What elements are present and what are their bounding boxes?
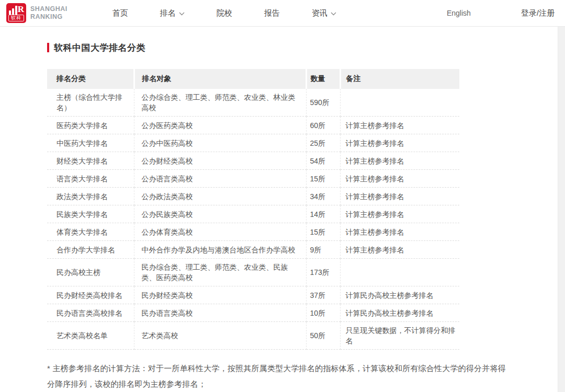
ranking-target-cell: 公办综合类、理工类、师范类、农业类、林业类高校 bbox=[134, 89, 306, 117]
table-row: 民族类大学排名公办民族类高校14所计算主榜参考排名 bbox=[47, 205, 459, 223]
table-row: 财经类大学排名公办财经类高校54所计算主榜参考排名 bbox=[47, 152, 459, 170]
ranking-category-cell: 民办高校主榜 bbox=[47, 259, 134, 286]
brand-word-line1: SHANGHAI bbox=[30, 5, 67, 13]
ranking-target-cell: 公办财经类高校 bbox=[134, 152, 306, 170]
column-header-3: 数量 bbox=[306, 69, 340, 89]
column-header-1: 排名分类 bbox=[47, 69, 134, 89]
ranking-category-cell: 体育类大学排名 bbox=[47, 223, 134, 241]
ranking-category-table: 排名分类排名对象数量备注 主榜（综合性大学排名）公办综合类、理工类、师范类、农业… bbox=[47, 69, 459, 350]
count-cell: 590所 bbox=[306, 89, 340, 117]
count-cell: 37所 bbox=[306, 286, 340, 304]
chevron-down-icon bbox=[179, 12, 185, 16]
language-toggle-english[interactable]: English bbox=[447, 9, 471, 17]
table-row: 中医药大学排名公办中医药高校25所计算主榜参考排名 bbox=[47, 134, 459, 152]
ranking-target-cell: 公办体育类高校 bbox=[134, 223, 306, 241]
remark-cell: 计算民办高校主榜参考排名 bbox=[340, 286, 459, 304]
top-navbar: R 软科 SHANGHAI RANKING 首页排名院校报告资讯 English… bbox=[0, 0, 565, 27]
table-body: 主榜（综合性大学排名）公办综合类、理工类、师范类、农业类、林业类高校590所医药… bbox=[47, 89, 459, 350]
count-cell: 10所 bbox=[306, 304, 340, 322]
table-row: 政法类大学排名公办政法类高校34所计算主榜参考排名 bbox=[47, 188, 459, 205]
ranking-category-cell: 财经类大学排名 bbox=[47, 152, 134, 170]
table-row: 民办财经类高校排名民办财经类高校37所计算民办高校主榜参考排名 bbox=[47, 286, 459, 304]
remark-cell: 计算主榜参考排名 bbox=[340, 152, 459, 170]
remark-cell: 计算主榜参考排名 bbox=[340, 205, 459, 223]
remark-cell: 计算主榜参考排名 bbox=[340, 188, 459, 205]
nav-item-label: 资讯 bbox=[312, 8, 327, 18]
nav-item-reports[interactable]: 报告 bbox=[264, 8, 280, 18]
nav-item-rankings[interactable]: 排名 bbox=[160, 8, 185, 18]
table-row: 主榜（综合性大学排名）公办综合类、理工类、师范类、农业类、林业类高校590所 bbox=[47, 89, 459, 117]
ranking-target-cell: 公办政法类高校 bbox=[134, 188, 306, 205]
remark-cell: 计算民办高校主榜参考排名 bbox=[340, 304, 459, 322]
footnotes: * 主榜参考排名的计算方法：对于一所单科性大学，按照其所属类型大学排名的指标体系… bbox=[47, 361, 513, 392]
ranking-category-cell: 艺术类高校名单 bbox=[47, 322, 134, 350]
count-cell: 14所 bbox=[306, 205, 340, 223]
title-accent-bar bbox=[47, 43, 49, 52]
shanghairanking-logo-icon: R 软科 bbox=[6, 3, 26, 23]
remark-cell bbox=[340, 259, 459, 286]
ranking-target-cell: 民办财经类高校 bbox=[134, 286, 306, 304]
count-cell: 173所 bbox=[306, 259, 340, 286]
ranking-target-cell: 民办综合类、理工类、师范类、农业类、民族类、医药类高校 bbox=[134, 259, 306, 286]
remark-cell: 计算主榜参考排名 bbox=[340, 223, 459, 241]
ranking-category-cell: 语言类大学排名 bbox=[47, 170, 134, 188]
ranking-category-cell: 合作办学大学排名 bbox=[47, 241, 134, 259]
nav-item-label: 报告 bbox=[264, 8, 280, 18]
brand-word-line2: RANKING bbox=[30, 13, 67, 21]
logo-r-letter: R bbox=[18, 4, 24, 15]
main-content: 软科中国大学排名分类 排名分类排名对象数量备注 主榜（综合性大学排名）公办综合类… bbox=[0, 27, 565, 392]
brand-logo[interactable]: R 软科 SHANGHAI RANKING bbox=[6, 3, 67, 23]
table-header-row: 排名分类排名对象数量备注 bbox=[47, 69, 459, 89]
chevron-down-icon bbox=[331, 12, 336, 16]
ranking-category-cell: 医药类大学排名 bbox=[47, 117, 134, 134]
ranking-category-cell: 民办财经类高校排名 bbox=[47, 286, 134, 304]
nav-item-news[interactable]: 资讯 bbox=[312, 8, 336, 18]
count-cell: 34所 bbox=[306, 188, 340, 205]
ranking-target-cell: 中外合作办学及内地与港澳台地区合作办学高校 bbox=[134, 241, 306, 259]
count-cell: 25所 bbox=[306, 134, 340, 152]
ranking-category-cell: 民办语言类高校排名 bbox=[47, 304, 134, 322]
nav-item-home[interactable]: 首页 bbox=[112, 8, 128, 18]
table-row: 民办高校主榜民办综合类、理工类、师范类、农业类、民族类、医药类高校173所 bbox=[47, 259, 459, 286]
ranking-target-cell: 公办医药类高校 bbox=[134, 117, 306, 134]
table-row: 合作办学大学排名中外合作办学及内地与港澳台地区合作办学高校9所计算主榜参考排名 bbox=[47, 241, 459, 259]
count-cell: 50所 bbox=[306, 322, 340, 350]
table-row: 艺术类高校名单艺术类高校50所只呈现关键数据，不计算得分和排名 bbox=[47, 322, 459, 350]
logo-cn-text: 软科 bbox=[8, 15, 24, 21]
ranking-target-cell: 民办语言类高校 bbox=[134, 304, 306, 322]
count-cell: 54所 bbox=[306, 152, 340, 170]
ranking-category-cell: 政法类大学排名 bbox=[47, 188, 134, 205]
ranking-category-cell: 主榜（综合性大学排名） bbox=[47, 89, 134, 117]
remark-cell: 计算主榜参考排名 bbox=[340, 241, 459, 259]
nav-item-label: 院校 bbox=[217, 8, 232, 18]
count-cell: 60所 bbox=[306, 117, 340, 134]
ranking-target-cell: 艺术类高校 bbox=[134, 322, 306, 350]
column-header-2: 排名对象 bbox=[134, 69, 306, 89]
table-row: 体育类大学排名公办体育类高校15所计算主榜参考排名 bbox=[47, 223, 459, 241]
ranking-category-cell: 中医药大学排名 bbox=[47, 134, 134, 152]
table-row: 民办语言类高校排名民办语言类高校10所计算民办高校主榜参考排名 bbox=[47, 304, 459, 322]
remark-cell: 只呈现关键数据，不计算得分和排名 bbox=[340, 322, 459, 350]
column-header-4: 备注 bbox=[340, 69, 459, 89]
remark-cell: 计算主榜参考排名 bbox=[340, 117, 459, 134]
login-register-link[interactable]: 登录/注册 bbox=[521, 8, 555, 18]
nav-item-label: 首页 bbox=[112, 8, 128, 18]
count-cell: 9所 bbox=[306, 241, 340, 259]
table-row: 医药类大学排名公办医药类高校60所计算主榜参考排名 bbox=[47, 117, 459, 134]
ranking-target-cell: 公办语言类高校 bbox=[134, 170, 306, 188]
page-scrollbar[interactable] bbox=[558, 27, 565, 392]
nav-item-institutions[interactable]: 院校 bbox=[217, 8, 232, 18]
remark-cell bbox=[340, 89, 459, 117]
ranking-category-cell: 民族类大学排名 bbox=[47, 205, 134, 223]
page-title: 软科中国大学排名分类 bbox=[54, 42, 145, 54]
nav-item-label: 排名 bbox=[160, 8, 176, 18]
ranking-target-cell: 公办中医药高校 bbox=[134, 134, 306, 152]
count-cell: 15所 bbox=[306, 223, 340, 241]
remark-cell: 计算主榜参考排名 bbox=[340, 134, 459, 152]
ranking-target-cell: 公办民族类高校 bbox=[134, 205, 306, 223]
count-cell: 15所 bbox=[306, 170, 340, 188]
bar-chart-icon bbox=[9, 6, 17, 15]
table-row: 语言类大学排名公办语言类高校15所计算主榜参考排名 bbox=[47, 170, 459, 188]
remark-cell: 计算主榜参考排名 bbox=[340, 170, 459, 188]
footnote: * 主榜参考排名的计算方法：对于一所单科性大学，按照其所属类型大学排名的指标体系… bbox=[47, 361, 513, 392]
